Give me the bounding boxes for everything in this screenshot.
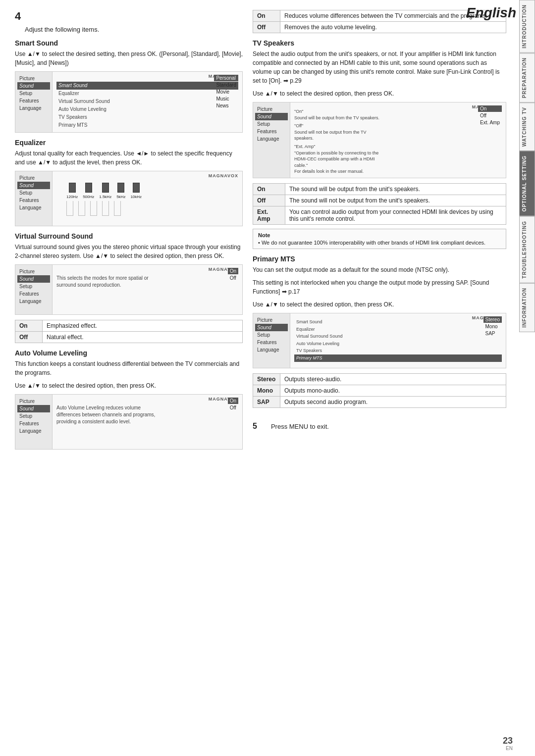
tvs-menu-setup: Setup — [255, 120, 288, 128]
primary-mts-heading: Primary MTS — [253, 255, 506, 263]
off-desc-r: Removes the auto volume leveling. — [280, 22, 506, 33]
eq-menu-main: 120Hz 500Hz 1.5kHz — [53, 171, 242, 226]
mts-menu-setup: Setup — [255, 331, 288, 339]
auto-volume-heading: Auto Volume Leveling — [15, 349, 243, 357]
off-label: Off — [15, 332, 43, 343]
tab-information[interactable]: INFORMATION — [519, 283, 535, 332]
menu-item-features-1: Features — [17, 97, 50, 104]
primary-mts-table: Stereo Outputs stereo-audio. Mono Output… — [253, 373, 506, 408]
tab-watching-tv[interactable]: WATCHING TV — [519, 102, 535, 151]
mts-menu-sound: Sound — [255, 324, 288, 331]
table-row: SAP Outputs second audio program. — [253, 396, 506, 407]
off-desc: Natural effect. — [43, 332, 243, 343]
menu-item-setup-1: Setup — [17, 90, 50, 97]
tvs-menu-language: Language — [255, 135, 288, 143]
table-row: Off Natural effect. — [15, 332, 243, 343]
smart-sound-options: Personal Standard Movie Music News — [214, 75, 238, 109]
step4-number: 4 — [15, 10, 243, 23]
vs-options: On Off — [228, 268, 238, 282]
tvs-menu-text: "On" Sound will be output from the TV sp… — [294, 108, 383, 175]
table-row: Off The sound will not be output from th… — [253, 195, 506, 206]
primary-mts-desc3: Use ▲/▼ to select the desired option, th… — [253, 300, 506, 309]
auto-volume-desc2: Use ▲/▼ to select the desired option, th… — [15, 381, 243, 390]
language-header: English — [466, 5, 516, 21]
vs-menu-sound: Sound — [17, 275, 50, 283]
note-text: • We do not guarantee 100% interoperabil… — [258, 240, 501, 246]
av-menu-sidebar: Picture Sound Setup Features Language — [15, 395, 53, 449]
tv-speakers-desc2: Use ▲/▼ to select the desired option, th… — [253, 89, 506, 98]
tvs-menu-features: Features — [255, 128, 288, 135]
virtual-surround-menu: MAGNAVOX Picture Sound Setup Features La… — [15, 264, 243, 315]
menu-main-1: Smart Sound Equalizer Virtual Surround S… — [53, 72, 242, 132]
vs-menu-text: This selects the modes for more spatial … — [56, 275, 156, 289]
note-box: Note • We do not guarantee 100% interope… — [253, 229, 506, 249]
smart-sound-menu: MAGNAVOX Picture Sound Setup Features La… — [15, 71, 243, 133]
tv-spk-on-desc: The sound will be output from the unit's… — [285, 183, 506, 195]
left-column: 4 Adjust the following items. Smart Soun… — [15, 10, 243, 454]
vs-menu-setup: Setup — [17, 283, 50, 290]
mts-menu-picture: Picture — [255, 316, 288, 324]
tab-preparation[interactable]: PREPARATION — [519, 53, 535, 102]
note-title: Note — [258, 232, 501, 238]
step5: 5 Press MENU to exit. — [253, 415, 506, 431]
eq-bar-label-1: 120Hz — [66, 195, 78, 199]
main-content: 4 Adjust the following items. Smart Soun… — [0, 0, 516, 464]
mts-menu-main: Smart Sound Equalizer Virtual Surround S… — [290, 313, 506, 368]
off-label-r: Off — [253, 22, 280, 33]
menu-item-sound-1: Sound — [17, 82, 50, 90]
step4-intro: Adjust the following items. — [25, 26, 243, 33]
vs-menu-main: On Off This selects the modes for more s… — [53, 265, 242, 314]
table-row: Off Removes the auto volume leveling. — [253, 22, 506, 33]
smart-sound-desc: Use ▲/▼ to select the desired setting, t… — [15, 50, 243, 67]
vs-menu-features: Features — [17, 290, 50, 298]
step5-text: Press MENU to exit. — [271, 423, 329, 430]
smart-sound-heading: Smart Sound — [15, 39, 243, 47]
equalizer-heading: Equalizer — [15, 139, 243, 147]
eq-bar-label-2: 500Hz — [83, 195, 94, 199]
av-menu-text: Auto Volume Leveling reduces volume diff… — [56, 404, 156, 425]
tvs-options: On Off Ext. Amp — [478, 105, 502, 126]
eq-menu-language: Language — [17, 204, 50, 211]
tab-optional-setting[interactable]: OPTIONAL SETTING — [519, 151, 535, 216]
tv-spk-off-desc: The sound will not be output from the un… — [285, 195, 506, 206]
on-label: On — [15, 320, 43, 332]
av-menu-main: On Off Auto Volume Leveling reduces volu… — [53, 395, 242, 449]
tvs-menu-sound: Sound — [255, 113, 288, 120]
page-number: 23 — [503, 736, 513, 746]
smart-sound-sub-items: Smart Sound Equalizer Virtual Surround S… — [56, 82, 238, 129]
tab-introduction[interactable]: INTRODUCTION — [519, 0, 535, 53]
mts-stereo-desc: Outputs stereo-audio. — [280, 373, 506, 385]
tab-troubleshooting[interactable]: TROUBLESHOOTING — [519, 216, 535, 283]
vs-menu-language: Language — [17, 298, 50, 305]
mts-mono-desc: Outputs mono-audio. — [280, 385, 506, 396]
av-menu-picture: Picture — [17, 398, 50, 405]
auto-volume-desc1: This function keeps a constant loudness … — [15, 359, 243, 377]
right-column: On Reduces volume differences between th… — [253, 10, 506, 454]
eq-bar-label-4: 5kHz — [116, 195, 125, 199]
mts-menu-sidebar: Picture Sound Setup Features Language — [253, 313, 290, 368]
auto-volume-menu: MAGNAVOX Picture Sound Setup Features La… — [15, 394, 243, 450]
on-label-r: On — [253, 10, 280, 22]
equalizer-desc: Adjust tonal quality for each frequencie… — [15, 149, 243, 167]
eq-menu-sidebar: Picture Sound Setup Features Language — [15, 171, 53, 226]
tv-spk-ext-desc: You can control audio output from your c… — [285, 206, 506, 224]
tv-speakers-table: On The sound will be output from the uni… — [253, 183, 506, 225]
eq-bar-label-5: 10kHz — [130, 195, 142, 199]
tv-speakers-heading: TV Speakers — [253, 39, 506, 47]
primary-mts-menu: MAGNAVOX Picture Sound Setup Features La… — [253, 313, 506, 368]
mts-options: Stereo Mono SAP — [483, 316, 502, 337]
menu-item-language-1: Language — [17, 104, 50, 112]
tv-speakers-desc1: Select the audio output from the unit's … — [253, 50, 506, 85]
vs-menu-sidebar: Picture Sound Setup Features Language — [15, 265, 53, 314]
av-menu-sound: Sound — [17, 405, 50, 412]
av-options: On Off — [228, 398, 238, 411]
on-desc: Emphasized effect. — [43, 320, 243, 332]
menu-item-picture-1: Picture — [17, 75, 50, 82]
virtual-surround-heading: Virtual Surround Sound — [15, 232, 243, 240]
menu-sidebar-1: Picture Sound Setup Features Language — [15, 72, 53, 132]
eq-menu-setup: Setup — [17, 189, 50, 197]
tv-spk-ext-label: Ext. Amp — [253, 206, 285, 224]
table-row: Stereo Outputs stereo-audio. — [253, 373, 506, 385]
eq-bar-label-3: 1.5kHz — [99, 195, 111, 199]
primary-mts-desc1: You can set the output mode as a default… — [253, 265, 506, 274]
